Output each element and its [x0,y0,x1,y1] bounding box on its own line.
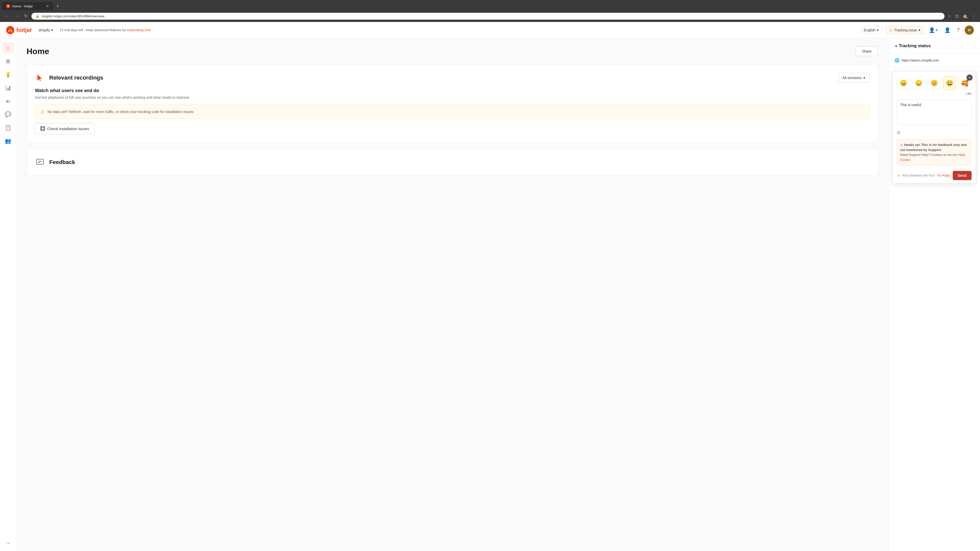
sidebar-item-analytics[interactable]: 📊 [3,82,14,94]
emoji-happy[interactable]: 😀 [943,76,956,90]
tracking-status-title: Tracking status [899,43,931,48]
feedback-widget: × 😠 😞 😐 😀 🥰 Like This is useful. ⊡ [892,71,976,183]
feedback-warning-box: ⚠ Heads up! This is for feedback only an… [897,139,972,165]
cursor-icon [35,73,45,83]
sidebar: ⌂ ⊞ 💡 📊 ⏯ 💬 📋 👥 → [0,38,16,551]
tracking-status-header: ◀ Tracking status [888,38,980,54]
tracking-url-text: https://admin.shopify.com [902,59,939,62]
trial-banner: 11 trial days left - keep advanced featu… [60,28,151,32]
sessions-dropdown-icon: ▾ [863,76,865,80]
sidebar-expand-button[interactable]: → [3,537,14,548]
home-icon: ⌂ [6,45,10,51]
expand-icon: → [6,540,11,546]
send-feedback-button[interactable]: Send [953,171,972,180]
tracking-issue-button[interactable]: ⚠ Tracking issue ▾ [886,26,924,34]
share-button[interactable]: Share [856,46,878,56]
recordings-icon: ⏯ [6,98,11,104]
page-header: Home Share [27,46,878,56]
try-hotjar-link[interactable]: Try Hotjar [937,174,950,177]
tab-close-btn[interactable]: ✕ [46,4,49,8]
recordings-card-icon [35,73,45,83]
extension-button[interactable]: ⊡ [954,13,959,20]
feedback-footer: ⚡ Want feedback like this? Try Hotjar Se… [893,168,976,183]
emoji-neutral[interactable]: 😐 [928,76,941,90]
content-area: Home Share Relevant recordings [16,38,888,551]
svg-rect-1 [37,159,44,164]
team-icon: 👥 [5,138,11,144]
site-selector[interactable]: shopify ▾ [36,27,56,34]
collapse-icon[interactable]: ◀ [894,44,897,48]
address-bar[interactable]: 🔒 insights.hotjar.com/sites/3814994/over… [32,13,945,20]
hotjar-logo[interactable]: hotjar [6,26,32,34]
url-text: insights.hotjar.com/sites/3814994/overvi… [41,14,104,18]
refresh-button[interactable]: ↻ [22,12,29,20]
feedback-card-icon [35,157,45,167]
sidebar-item-recordings[interactable]: ⏯ [3,95,14,106]
sidebar-item-home[interactable]: ⌂ [3,42,14,54]
card-title-row: Relevant recordings [35,73,103,83]
new-tab-button[interactable]: + [54,2,61,10]
check-install-label: Check installation issues [47,127,89,131]
recordings-card-title: Relevant recordings [49,75,103,81]
card-header: Relevant recordings All sessions ▾ [35,73,870,83]
recordings-card: Relevant recordings All sessions ▾ Watch… [27,64,878,143]
site-dropdown-icon: ▾ [51,28,53,32]
check-installation-button[interactable]: 🔲 Check installation issues [35,123,94,134]
surveys-icon: 📋 [5,124,11,130]
feedback-card-title: Feedback [49,159,75,165]
add-site-button[interactable]: 👤+ [928,26,939,34]
forward-button[interactable]: → [13,13,21,20]
promo-icon: ⚡ [897,174,900,177]
warning-icon: ⚠ [889,27,892,32]
screenshot-icon: ⊡ [897,130,900,135]
incognito-button[interactable]: 🕵 [962,13,969,20]
tab-favicon: H [6,4,10,8]
recordings-subtitle: Watch what users see and do [35,88,870,94]
user-avatar[interactable]: H [965,25,974,35]
subscribing-link[interactable]: subscribing now [127,28,151,32]
feedback-warning-title: Heads up! This is for feedback only and … [900,143,967,152]
language-selector[interactable]: English ▾ [861,26,882,34]
hotjar-promo: ⚡ Want feedback like this? Try Hotjar [897,174,950,177]
top-bar: hotjar shopify ▾ 11 trial days left - ke… [0,22,980,38]
feedback-close-button[interactable]: × [966,75,973,81]
insights-icon: 💡 [5,71,11,78]
warning-icon: ⚠ [40,109,45,114]
active-tab[interactable]: H Home - Hotjar ✕ [2,2,53,10]
sidebar-item-feedback[interactable]: 💬 [3,109,14,120]
promo-text: Want feedback like this? [902,174,935,177]
feedback-card: Feedback [27,149,878,176]
sidebar-item-insights[interactable]: 💡 [3,69,14,80]
lang-text: English [864,28,876,32]
logo-text: hotjar [16,27,32,33]
sidebar-item-surveys[interactable]: 📋 [3,122,14,133]
lock-icon: 🔒 [35,14,39,18]
back-button[interactable]: ← [3,13,11,20]
emoji-sad[interactable]: 😞 [912,76,925,90]
sessions-label: All sessions [842,76,861,80]
screenshot-button[interactable]: ⊡ [897,130,972,135]
top-bar-right: English ▾ ⚠ Tracking issue ▾ 👤+ 👤 ? H [861,25,974,35]
sidebar-item-heatmaps[interactable]: ⊞ [3,56,14,67]
feedback-card-header: Feedback [35,157,870,167]
notifications-button[interactable]: 👤 [943,26,952,34]
chat-icon [35,158,45,167]
heatmaps-icon: ⊞ [6,58,10,64]
lang-dropdown-icon: ▾ [877,28,879,32]
right-panel: ◀ Tracking status 🌐 https://admin.shopif… [888,38,980,551]
hotjar-logo-icon [6,26,14,34]
warning-icon-small: ⚠ [900,143,904,147]
sessions-dropdown[interactable]: All sessions ▾ [838,73,870,83]
analytics-icon: 📊 [5,85,11,91]
check-install-icon: 🔲 [40,126,45,131]
sidebar-item-team[interactable]: 👥 [3,135,14,146]
emoji-selected-label: Like [893,92,976,97]
help-button[interactable]: ? [956,26,961,34]
bookmark-button[interactable]: ☆ [947,13,952,20]
page-title: Home [27,47,49,56]
feedback-textarea[interactable]: This is useful. [897,100,972,125]
feedback-icon: 💬 [5,111,11,118]
emoji-angry[interactable]: 😠 [897,76,910,90]
menu-button[interactable]: ⋮ [971,13,977,20]
screenshot-row: ⊡ [893,128,976,137]
